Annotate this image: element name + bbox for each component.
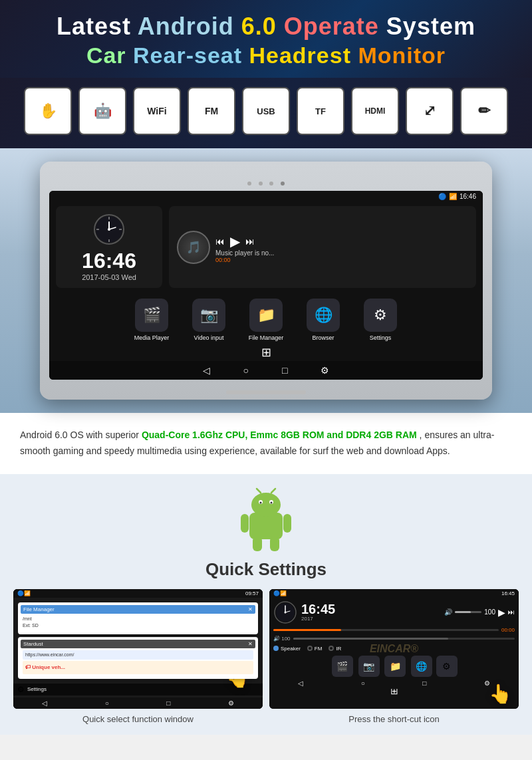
right-time-display: 16:45 2017 [301,602,335,622]
left-recents[interactable]: □ [166,699,170,707]
apps-grid-icon[interactable]: ⊞ [261,346,271,359]
right-home[interactable]: ○ [361,680,365,687]
settings-icon[interactable]: ⚙ [364,299,397,332]
back-icon[interactable]: ◁ [203,365,210,376]
progress-bar[interactable] [273,629,499,631]
clock-widget: 16:46 2017-05-03 Wed [56,206,162,288]
screenshot-left: 🔵📶 09:57 File Manager ✕ /mnt Ext: SD [13,589,263,709]
signal-icon: 📶 [449,193,457,200]
browser-icon[interactable]: 🌐 [307,299,340,332]
android-figure [239,487,293,554]
browser-url-bar[interactable]: https://www.eincar.com/ [23,650,253,660]
browser-close[interactable]: ✕ [248,641,253,647]
left-status-icons: 🔵📶 [17,590,31,596]
analog-clock [92,213,126,246]
speaker-option[interactable]: Speaker [273,646,301,652]
recents-icon[interactable]: □ [282,365,287,376]
app-browser[interactable]: 🌐 Browser [299,299,347,341]
right-next[interactable]: ⏭ [508,608,515,616]
clock-time: 16:46 [82,249,136,273]
fm-title: File Manager [23,606,55,612]
svg-rect-20 [270,537,279,551]
right-clock-date: 2017 [301,616,335,622]
right-controls[interactable]: 🔊 100 ▶ ⏭ [444,607,515,618]
browser-window[interactable]: Stardust ✕ https://www.eincar.com/ 🏷 Uni… [18,637,258,680]
file-manager-label: File Manager [249,334,284,341]
file-manager-window[interactable]: File Manager ✕ /mnt Ext: SD [18,602,258,634]
right-recents[interactable]: □ [422,680,426,687]
right-files-icon[interactable]: 📁 [384,656,406,677]
android-icon: 🤖 [94,104,112,118]
android-mascot [13,487,519,557]
music-controls[interactable]: ⏮ ▶ ⏭ [215,233,468,249]
fm-close[interactable]: ✕ [248,606,253,612]
center-apps-grid[interactable]: ⊞ [49,344,483,361]
svg-line-15 [257,489,261,493]
vol-slider[interactable] [455,611,481,613]
monitor-screen: 🔵 📶 16:46 [49,191,483,380]
next-icon[interactable]: ⏭ [245,236,255,247]
fm-icon: FM [205,106,218,116]
desc-before: Android 6.0 OS with superior [20,430,142,440]
left-time: 09:57 [245,590,259,596]
feature-pen: ✏ [460,87,508,135]
feature-touch: ✋ [24,87,72,135]
right-vol-icon: 🔊 [444,608,452,616]
home-icon[interactable]: ○ [243,365,249,376]
browser-page-content: 🏷 Unique veh... [23,661,253,674]
description-section: Android 6.0 OS with superior Quad-Core 1… [0,413,532,474]
feature-fm: FM [188,87,235,135]
audio-options-row: Speaker FM IR [273,646,515,652]
fm-label: FM [315,646,323,652]
feature-hdmi: HDMI [351,87,399,135]
right-clock-time: 16:45 [301,602,335,616]
left-settings-nav[interactable]: ⚙ [228,699,234,707]
feature-android: 🤖 [78,87,126,135]
app-video-input[interactable]: 📷 Video input [185,299,233,341]
browser-label: Browser [312,334,334,341]
speaker-radio[interactable] [273,646,279,651]
fm-radio[interactable] [307,646,313,651]
settings-bar[interactable]: ⚙ Settings [13,684,263,696]
play-icon[interactable]: ▶ [230,233,240,249]
fm-path: /mnt [23,616,253,623]
title-word-headrest: Headrest [249,43,358,68]
clock-status: 16:46 [460,193,476,200]
left-home[interactable]: ○ [105,699,109,707]
file-manager-icon[interactable]: 📁 [249,299,283,332]
prev-icon[interactable]: ⏮ [215,236,225,247]
dot-3 [269,182,273,186]
svg-point-25 [285,611,287,613]
right-video-icon[interactable]: 📷 [358,656,380,677]
fm-option[interactable]: FM [307,646,323,652]
ir-radio[interactable] [329,646,334,651]
vol-bar2[interactable] [293,638,515,640]
bluetooth-icon: 🔵 [438,193,446,200]
settings-nav-icon[interactable]: ⚙ [321,365,329,376]
app-file-manager[interactable]: 📁 File Manager [242,299,290,341]
captions-row: Quick select function window Press the s… [13,714,519,724]
status-icons: 🔵 📶 16:46 [438,193,476,200]
feature-wifi: WiFi [133,87,181,135]
title-word-android: Android [138,13,241,40]
right-clock-svg [273,600,297,624]
right-back[interactable]: ◁ [298,680,303,687]
right-play[interactable]: ▶ [498,607,505,618]
cursor-hand-right: 👆 [489,683,512,705]
ir-option[interactable]: IR [329,646,341,652]
fm-titlebar: File Manager ✕ [21,605,255,614]
quick-settings-section: Quick Settings 🔵📶 09:57 File Manager ✕ [0,474,532,735]
right-statusbar: 🔵📶 16:45 [269,589,519,598]
app-settings[interactable]: ⚙ Settings [356,299,404,341]
svg-rect-17 [241,514,249,533]
browser-title: Stardust [23,641,43,647]
app-media-player[interactable]: 🎬 Media Player [128,299,176,341]
left-back[interactable]: ◁ [42,699,47,707]
video-input-icon[interactable]: 📷 [192,299,225,332]
fm-item[interactable]: Ext: SD [23,622,253,630]
right-browser-icon[interactable]: 🌐 [411,656,432,677]
monitor-section: 🔵 📶 16:46 [0,148,532,413]
right-media-icon[interactable]: 🎬 [332,656,353,677]
media-player-icon[interactable]: 🎬 [135,299,168,332]
right-settings-icon[interactable]: ⚙ [436,656,458,677]
